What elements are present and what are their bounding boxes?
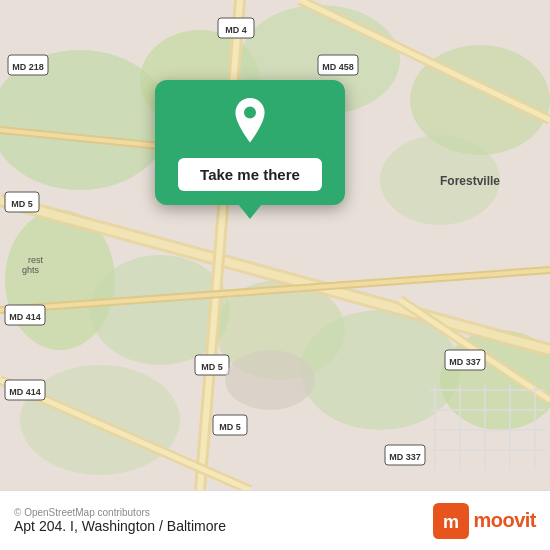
- svg-text:MD 414: MD 414: [9, 312, 41, 322]
- svg-text:MD 218: MD 218: [12, 62, 44, 72]
- popup-card: Take me there: [155, 80, 345, 205]
- svg-text:Forestville: Forestville: [440, 174, 500, 188]
- map-background: MD 4 MD 458 MD 218 MD 5 MD 5 MD 5 MD 414…: [0, 0, 550, 490]
- address-text: Apt 204. I, Washington / Baltimore: [14, 518, 226, 534]
- svg-text:ghts: ghts: [22, 265, 40, 275]
- svg-text:MD 4: MD 4: [225, 25, 247, 35]
- map-container: MD 4 MD 458 MD 218 MD 5 MD 5 MD 5 MD 414…: [0, 0, 550, 490]
- copyright-text: © OpenStreetMap contributors: [14, 507, 226, 518]
- svg-text:rest: rest: [28, 255, 44, 265]
- svg-point-59: [243, 106, 257, 120]
- location-pin-icon: [226, 98, 274, 146]
- svg-text:MD 458: MD 458: [322, 62, 354, 72]
- bottom-bar: © OpenStreetMap contributors Apt 204. I,…: [0, 490, 550, 550]
- svg-text:MD 5: MD 5: [201, 362, 223, 372]
- svg-text:MD 5: MD 5: [11, 199, 33, 209]
- svg-text:MD 414: MD 414: [9, 387, 41, 397]
- svg-text:MD 5: MD 5: [219, 422, 241, 432]
- svg-text:MD 337: MD 337: [449, 357, 481, 367]
- svg-point-49: [225, 350, 315, 410]
- svg-text:MD 337: MD 337: [389, 452, 421, 462]
- take-me-there-button[interactable]: Take me there: [178, 158, 322, 191]
- moovit-logo: m moovit: [433, 503, 536, 539]
- svg-text:m: m: [443, 512, 459, 532]
- moovit-label: moovit: [473, 509, 536, 532]
- bottom-left: © OpenStreetMap contributors Apt 204. I,…: [14, 507, 226, 534]
- moovit-icon: m: [433, 503, 469, 539]
